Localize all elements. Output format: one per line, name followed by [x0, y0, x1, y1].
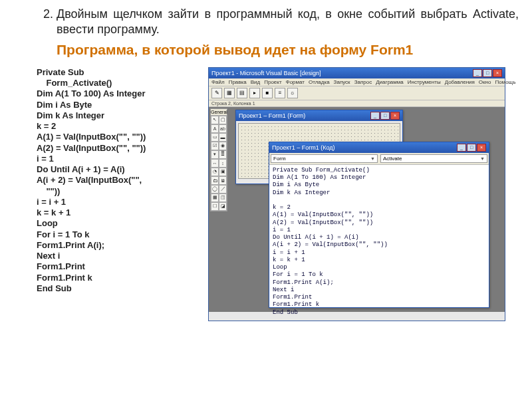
vb-ide-window: Проект1 - Microsoft Visual Basic [design…	[208, 67, 505, 321]
menu-item[interactable]: Отладка	[309, 79, 330, 85]
tool-icon[interactable]: ☼	[287, 88, 298, 98]
ole-icon[interactable]: ☐	[211, 202, 219, 211]
combo-icon[interactable]: ▾	[211, 150, 219, 159]
tool-icon[interactable]: ▤	[237, 88, 247, 98]
chevron-down-icon: ▼	[370, 156, 375, 161]
maximize-icon[interactable]: □	[467, 144, 476, 152]
minimize-icon[interactable]: _	[473, 69, 482, 77]
menu-item[interactable]: Правка	[229, 79, 247, 85]
vscroll-icon[interactable]: ↕	[219, 159, 227, 168]
data-icon[interactable]: ◫	[219, 194, 227, 202]
pointer-icon[interactable]: ↖	[211, 116, 219, 124]
menu-item[interactable]: Проект	[264, 79, 281, 85]
chevron-down-icon: ▼	[480, 156, 485, 161]
menu-item[interactable]: Формат	[286, 79, 305, 85]
close-icon[interactable]: ×	[477, 144, 486, 152]
tool-icon[interactable]: ▦	[224, 88, 235, 98]
tool-icon[interactable]: ■	[262, 88, 273, 98]
image-icon[interactable]: ▦	[211, 194, 219, 202]
tool-icon[interactable]: ≡	[275, 88, 285, 98]
code-editor-window: Проект1 – Form1 (Код) _ □ × Form ▼	[269, 142, 489, 308]
label-icon[interactable]: A	[211, 124, 219, 133]
event-combo-value: Activate	[383, 156, 402, 162]
line-icon[interactable]: ／	[219, 185, 227, 194]
checkbox-icon[interactable]: ☑	[211, 142, 219, 150]
code-editor-text[interactable]: Private Sub Form_Activate() Dim A(1 To 1…	[269, 165, 489, 319]
event-combo[interactable]: Activate ▼	[380, 154, 487, 163]
code-listing: Private Sub Form_Activate() Dim A(1 To 1…	[23, 67, 196, 321]
menu-item[interactable]: Окно	[479, 79, 491, 85]
menu-item[interactable]: Файл	[211, 79, 225, 85]
menu-item[interactable]: Запуск	[334, 79, 350, 85]
menubar[interactable]: Файл Правка Вид Проект Формат Отладка За…	[209, 78, 505, 86]
lead-text: Двойным щелчком зайти в программный код,…	[57, 7, 519, 58]
program-title: Программа, в которой вывод идет на форму…	[57, 42, 519, 58]
maximize-icon[interactable]: □	[483, 69, 492, 77]
tool-icon[interactable]: ▸	[249, 88, 260, 98]
menu-item[interactable]: Добавления	[445, 79, 475, 85]
form-window-title: Проект1 – Form1 (Form)	[239, 112, 305, 119]
menu-item[interactable]: Помощь	[495, 79, 515, 85]
object-combo-value: Form	[273, 156, 286, 162]
tool-icon[interactable]: ✎	[211, 88, 222, 98]
textbox-icon[interactable]: ab	[219, 124, 227, 133]
picturebox-icon[interactable]: ▢	[219, 116, 227, 124]
close-icon[interactable]: ×	[493, 69, 502, 77]
frame-icon[interactable]: ▭	[211, 133, 219, 142]
menu-item[interactable]: Запрос	[354, 79, 372, 85]
status-text: Строка 2, Колонка 1	[211, 101, 255, 106]
toolbar: ✎ ▦ ▤ ▸ ■ ≡ ☼	[209, 86, 505, 100]
mdi-area: General ↖▢ Aab ▭▬ ☑◉ ▾≣ ↔↕ ◔▣ 🗀🗎 ◯／ ▦◫ ☐…	[209, 107, 505, 312]
lead-paragraph: Двойным щелчком зайти в программный код,…	[57, 7, 519, 36]
minimize-icon[interactable]: _	[370, 112, 380, 120]
button-icon[interactable]: ▬	[219, 133, 227, 142]
menu-item[interactable]: Вид	[251, 79, 260, 85]
drive-icon[interactable]: ▣	[219, 168, 227, 176]
file-icon[interactable]: 🗎	[219, 176, 227, 185]
timer-icon[interactable]: ◔	[211, 168, 219, 176]
toolbox: General ↖▢ Aab ▭▬ ☑◉ ▾≣ ↔↕ ◔▣ 🗀🗎 ◯／ ▦◫ ☐…	[210, 108, 227, 211]
object-combo[interactable]: Form ▼	[271, 154, 378, 163]
shape-icon[interactable]: ◯	[211, 185, 219, 194]
app-titlebar: Проект1 - Microsoft Visual Basic [design…	[209, 68, 505, 78]
misc-icon[interactable]: ◪	[219, 202, 227, 211]
status-bar: Строка 2, Колонка 1	[209, 100, 505, 107]
form-window-titlebar: Проект1 – Form1 (Form) _ □ ×	[236, 110, 402, 121]
screenshot-figure: Проект1 - Microsoft Visual Basic [design…	[208, 67, 519, 321]
close-icon[interactable]: ×	[390, 112, 400, 120]
maximize-icon[interactable]: □	[380, 112, 390, 120]
menu-item[interactable]: Инструменты	[408, 79, 441, 85]
dir-icon[interactable]: 🗀	[211, 176, 219, 185]
hscroll-icon[interactable]: ↔	[211, 159, 219, 168]
minimize-icon[interactable]: _	[457, 144, 466, 152]
app-title: Проект1 - Microsoft Visual Basic [design…	[211, 70, 321, 76]
toolbox-label: General	[211, 109, 227, 116]
menu-item[interactable]: Диаграмма	[376, 79, 404, 85]
code-window-titlebar: Проект1 – Form1 (Код) _ □ ×	[269, 142, 489, 153]
code-window-title: Проект1 – Form1 (Код)	[272, 144, 334, 151]
listbox-icon[interactable]: ≣	[219, 150, 227, 159]
radio-icon[interactable]: ◉	[219, 142, 227, 150]
